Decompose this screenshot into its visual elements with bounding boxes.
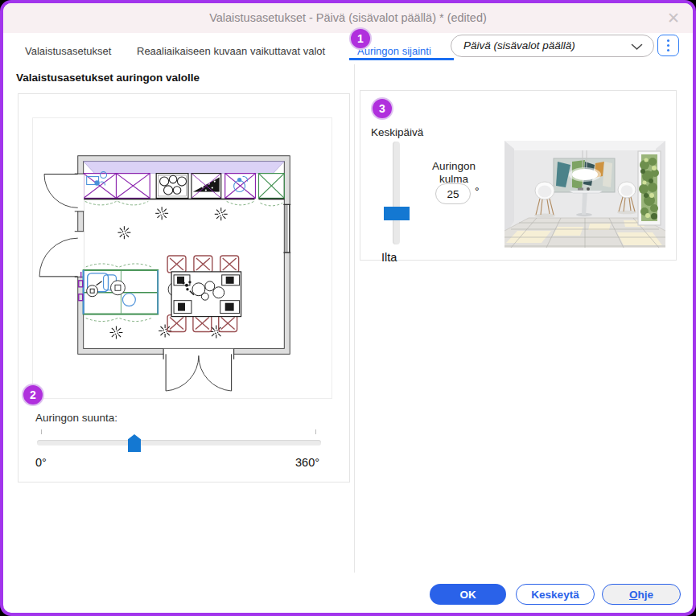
sun-angle-label: Auringon kulma bbox=[425, 160, 483, 186]
slider-top-label: Keskipäivä bbox=[371, 126, 423, 138]
close-icon[interactable]: ✕ bbox=[663, 8, 684, 29]
help-label-rest: hje bbox=[638, 589, 654, 601]
render-preview-image bbox=[504, 141, 665, 248]
annotation-badge-2: 2 bbox=[22, 384, 44, 406]
chevron-down-icon bbox=[631, 43, 643, 51]
kebab-dot-icon bbox=[667, 39, 670, 43]
floor-plan-svg bbox=[33, 118, 332, 398]
tab-auringon-sijainti[interactable]: Auringon sijainti bbox=[357, 45, 431, 57]
sun-height-slider-thumb[interactable] bbox=[384, 207, 410, 220]
active-tab-underline bbox=[349, 58, 454, 60]
sun-height-slider-track[interactable] bbox=[393, 142, 400, 244]
annotation-badge-1: 1 bbox=[349, 27, 372, 50]
lighting-settings-dialog: Valaistusasetukset - Päivä (sisävalot pä… bbox=[0, 0, 696, 616]
render-preview-svg bbox=[504, 141, 665, 248]
tab-valaistusasetukset[interactable]: Valaistusasetukset bbox=[25, 45, 111, 57]
tab-reaaliaikaiseen-valot[interactable]: Reaaliaikaiseen kuvaan vaikuttavat valot bbox=[137, 45, 325, 57]
slider-tick-end bbox=[315, 429, 316, 434]
cancel-button[interactable]: Keskeytä bbox=[516, 584, 595, 605]
floor-plan-preview bbox=[32, 117, 332, 399]
kebab-dot-icon bbox=[667, 44, 670, 47]
sun-direction-max: 360° bbox=[295, 456, 319, 469]
sun-direction-label: Auringon suunta: bbox=[35, 412, 117, 424]
title-bar: Valaistusasetukset - Päivä (sisävalot pä… bbox=[3, 3, 693, 33]
more-options-button[interactable] bbox=[657, 35, 679, 56]
dialog-title: Valaistusasetukset - Päivä (sisävalot pä… bbox=[3, 3, 693, 33]
help-button[interactable]: Ohje bbox=[602, 584, 681, 605]
left-panel-heading: Valaistusasetukset auringon valolle bbox=[16, 72, 200, 84]
sun-direction-min: 0° bbox=[35, 456, 47, 469]
dropdown-selected-value: Päivä (sisävalot päällä) bbox=[463, 35, 575, 56]
kebab-dot-icon bbox=[667, 49, 670, 52]
sun-angle-input[interactable] bbox=[436, 184, 470, 203]
sun-angle-unit: ° bbox=[475, 185, 480, 198]
help-accesskey: O bbox=[629, 589, 638, 601]
sun-angle-label-line1: Auringon bbox=[432, 160, 476, 172]
sun-direction-slider-track[interactable] bbox=[37, 440, 321, 446]
annotation-badge-3: 3 bbox=[371, 97, 393, 120]
sun-angle-field-wrap bbox=[435, 183, 471, 204]
slider-tick-start bbox=[41, 429, 42, 434]
panel-divider bbox=[354, 64, 355, 573]
lighting-preset-dropdown[interactable]: Päivä (sisävalot päällä) bbox=[451, 35, 654, 57]
ok-button[interactable]: OK bbox=[430, 584, 506, 605]
slider-bottom-label: Ilta bbox=[381, 251, 397, 264]
